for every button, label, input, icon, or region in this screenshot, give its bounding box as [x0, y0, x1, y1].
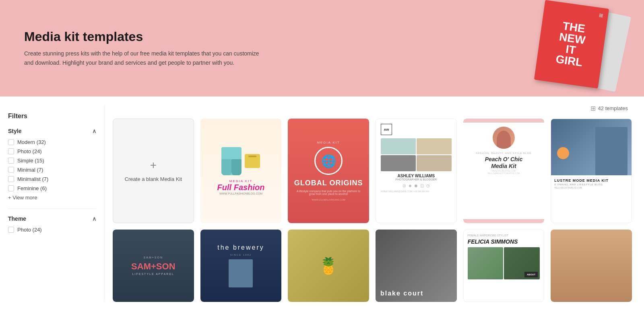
hero-image: THENEWITGIRL — [539, 4, 620, 92]
theme-filter-section: Theme ∧ Photo (24) — [8, 215, 96, 233]
hero-book-cover: THENEWITGIRL — [534, 0, 609, 88]
full-fashion-subtitle: WWW.FULLFASHIONBLOG.COM — [219, 192, 262, 195]
felicia-name: FELICIA SIMMONS — [468, 238, 540, 245]
template-samson[interactable]: SAM+SON SAM+SON LIFESTYLE APPAREL — [113, 230, 194, 302]
global-origins-url: WWW.GLOBALORIGINS.COM — [312, 199, 345, 201]
samson-subtitle: LIFESTYLE APPAREL — [132, 273, 174, 275]
style-section-header[interactable]: Style ∧ — [8, 128, 96, 134]
template-full-fashion[interactable]: MEDIA KIT Full Fashion WWW.FULLFASHIONBL… — [200, 119, 282, 223]
filter-minimal-checkbox[interactable] — [8, 167, 14, 173]
filter-feminine-label: Feminine (6) — [17, 185, 47, 191]
brewery-subtitle: SINCE 1982 — [230, 254, 252, 256]
aw-logo: AW — [381, 124, 392, 135]
filter-minimal[interactable]: Minimal (7) — [8, 167, 96, 173]
template-blake-court[interactable]: blake court — [376, 230, 457, 302]
filter-simple-label: Simple (15) — [17, 158, 44, 164]
view-more-label: + View more — [8, 195, 37, 201]
aw-name: ASHLEY WILLIAMS — [381, 174, 452, 178]
global-origins-title: GLOBAL ORIGINS — [294, 179, 363, 187]
template-felicia-simmons[interactable]: FEMALE WARDROBE STYLIST FELICIA SIMMONS … — [463, 230, 545, 302]
global-origins-subtitle: A lifestyle company that puts you on the… — [294, 190, 363, 195]
filters-title: Filters — [8, 113, 96, 120]
aw-text: ASHLEY.WILLIAMS@GMAIL.COM | +00 000 000 … — [381, 190, 452, 193]
content-header: 42 templates — [113, 105, 636, 112]
globe-icon: 🌐 — [314, 147, 343, 175]
peach-tag: FASHION, BEAUTY, AND STYLE BLOG — [476, 152, 532, 154]
filter-divider — [8, 209, 96, 209]
style-filter-section: Style ∧ Modern (32) Photo (24) Simple (1… — [8, 128, 96, 201]
theme-chevron-icon: ∧ — [92, 215, 96, 222]
template-lustre-mode[interactable]: LUSTRE MODE MEDIA KIT A TRAVEL AND LIFES… — [551, 119, 632, 223]
create-blank-label: Create a blank Media Kit — [125, 176, 182, 183]
template-fashion-blog[interactable] — [551, 230, 632, 302]
filter-simple[interactable]: Simple (15) — [8, 158, 96, 164]
filter-theme-photo-checkbox[interactable] — [8, 227, 14, 233]
style-section-label: Style — [8, 128, 21, 134]
pineapple-image: 🍍 — [288, 230, 369, 302]
peach-avatar — [493, 127, 515, 149]
filter-minimalist-label: Minimalist (7) — [17, 176, 48, 182]
template-pineapple[interactable]: 🍍 — [288, 230, 369, 302]
theme-section-label: Theme — [8, 215, 26, 222]
view-more-button[interactable]: + View more — [8, 195, 96, 201]
filter-theme-photo[interactable]: Photo (24) — [8, 227, 96, 233]
filter-simple-checkbox[interactable] — [8, 158, 14, 164]
filter-modern[interactable]: Modern (32) — [8, 139, 96, 145]
felicia-tag: FEMALE WARDROBE STYLIST — [468, 234, 540, 237]
samson-title: SAM+SON — [131, 262, 175, 271]
hero-text: Media kit templates Create stunning pres… — [24, 29, 266, 67]
global-origins-label: MEDIA KIT — [317, 141, 340, 144]
brewery-image — [229, 259, 253, 287]
main-layout: Filters Style ∧ Modern (32) Photo (24) S… — [0, 96, 644, 310]
lustre-title: LUSTRE MODE MEDIA KIT — [554, 178, 628, 183]
plus-icon: + — [150, 159, 157, 172]
filter-feminine-checkbox[interactable] — [8, 185, 14, 191]
filter-minimalist[interactable]: Minimalist (7) — [8, 176, 96, 182]
aw-title: PHOTOGRAPHER & BLOGGER — [381, 178, 452, 181]
filter-modern-label: Modern (32) — [17, 139, 46, 145]
filter-photo[interactable]: Photo (24) — [8, 148, 96, 154]
template-brewery[interactable]: the brewery SINCE 1982 — [200, 230, 282, 302]
hero-title: Media kit templates — [24, 29, 266, 44]
style-chevron-icon: ∧ — [92, 128, 96, 134]
filter-photo-label: Photo (24) — [17, 148, 42, 154]
template-global-origins[interactable]: MEDIA KIT 🌐 GLOBAL ORIGINS A lifestyle c… — [288, 119, 369, 223]
lustre-subtitle: A TRAVEL AND LIFESTYLE BLOG — [554, 183, 628, 186]
theme-section-header[interactable]: Theme ∧ — [8, 215, 96, 222]
peach-contact: REALITYCREATIVE.COMHELLO@REALITYCREATIVE… — [487, 170, 520, 174]
filter-theme-photo-label: Photo (24) — [17, 227, 42, 233]
template-ashley-williams[interactable]: AW ASHLEY WILLIAMS PHOTOGRAPHER & BLOGGE… — [376, 119, 457, 223]
filter-minimal-label: Minimal (7) — [17, 167, 43, 173]
sidebar-filters: Filters Style ∧ Modern (32) Photo (24) S… — [0, 105, 105, 302]
full-fashion-label: MEDIA KIT — [229, 179, 253, 183]
hero-description: Create stunning press kits with the help… — [24, 49, 266, 67]
blake-court-title: blake court — [380, 290, 452, 297]
brewery-title: the brewery — [217, 244, 264, 251]
about-box: ABOUT — [524, 272, 538, 277]
peach-title: Peach O' ChicMedia Kit — [485, 156, 523, 170]
filter-minimalist-checkbox[interactable] — [8, 176, 14, 182]
full-fashion-name: Full Fashion — [217, 183, 265, 192]
filter-photo-checkbox[interactable] — [8, 148, 14, 154]
content-area: 42 templates + Create a blank Media Kit — [105, 105, 644, 302]
filter-feminine[interactable]: Feminine (6) — [8, 185, 96, 191]
lustre-contact: HELLO@LUSTREBLOG.COM — [554, 187, 628, 189]
template-peach-chic[interactable]: FASHION, BEAUTY, AND STYLE BLOG Peach O'… — [463, 119, 545, 223]
filter-modern-checkbox[interactable] — [8, 139, 14, 145]
create-blank-card[interactable]: + Create a blank Media Kit — [113, 119, 194, 223]
template-grid: + Create a blank Media Kit — [113, 119, 636, 302]
templates-count: 42 templates — [590, 105, 628, 112]
hero-banner: Media kit templates Create stunning pres… — [0, 0, 644, 96]
samson-tag: SAM+SON — [144, 256, 163, 259]
